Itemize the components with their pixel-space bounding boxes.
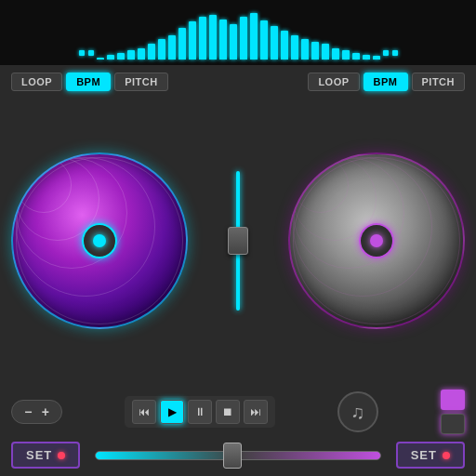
- loop-button-left[interactable]: LOOP: [11, 73, 62, 91]
- set-label-right: SET: [411, 448, 437, 462]
- set-dot-left: [58, 452, 65, 459]
- bpm-button-left[interactable]: BPM: [66, 73, 111, 91]
- eq-dot-group-right: [383, 50, 398, 60]
- eq-bar: [250, 13, 258, 60]
- volume-pill-left[interactable]: − +: [11, 400, 62, 424]
- disc-left-surface[interactable]: [11, 152, 188, 329]
- eq-bar: [168, 35, 176, 60]
- crossfader-handle[interactable]: [223, 443, 242, 469]
- eq-bar: [178, 28, 186, 60]
- bpm-button-right[interactable]: BPM: [364, 73, 408, 91]
- eq-bar: [199, 17, 206, 60]
- eq-dot-group-left: [79, 50, 94, 60]
- set-dot-right: [443, 452, 450, 459]
- eq-dot-3: [383, 50, 389, 56]
- deck-left-controls: LOOP BPM PITCH: [11, 73, 168, 91]
- disc-left[interactable]: [11, 152, 188, 329]
- eq-bar: [189, 21, 196, 60]
- eq-bar: [260, 20, 268, 60]
- speaker-button-bottom-right[interactable]: [441, 414, 465, 434]
- eq-bar: [363, 55, 370, 60]
- eq-bar: [138, 48, 145, 60]
- eq-bar: [97, 58, 104, 60]
- eq-bar: [311, 42, 319, 60]
- set-button-right[interactable]: SET: [396, 442, 465, 469]
- eq-bar: [332, 48, 339, 60]
- eq-dot-2: [88, 50, 94, 56]
- turntable-section: [11, 99, 465, 382]
- music-note-button[interactable]: ♫: [337, 391, 378, 432]
- volume-plus-left[interactable]: +: [42, 404, 49, 419]
- pitch-button-right[interactable]: PITCH: [412, 73, 466, 91]
- bottom-controls: − + ⏮ ▶ ⏸ ⏹ ⏭ ♫ SET: [11, 390, 465, 469]
- equalizer: [0, 0, 476, 65]
- eq-bar: [240, 17, 247, 60]
- set-button-left[interactable]: SET: [11, 442, 80, 469]
- eq-bar: [352, 53, 360, 60]
- eq-bar: [209, 15, 217, 60]
- fader-handle[interactable]: [228, 227, 248, 255]
- eq-bar: [148, 44, 155, 60]
- eq-bars: [97, 9, 380, 60]
- disc-right-center: [359, 223, 394, 258]
- bottom-row1: − + ⏮ ▶ ⏸ ⏹ ⏭ ♫: [11, 390, 465, 434]
- prev-button[interactable]: ⏮: [132, 400, 156, 424]
- disc-right-surface[interactable]: [288, 152, 465, 329]
- volume-control-right: [441, 390, 465, 434]
- disc-right[interactable]: [288, 152, 465, 329]
- play-button[interactable]: ▶: [160, 400, 184, 424]
- disc-right-center-inner: [370, 234, 383, 247]
- fader-track[interactable]: [236, 171, 240, 311]
- eq-dot-1: [79, 50, 85, 56]
- eq-bar: [127, 50, 135, 60]
- volume-control-left: − +: [11, 400, 62, 424]
- bottom-row2: SET SET: [11, 442, 465, 469]
- disc-left-center: [82, 223, 117, 258]
- main-panel: LOOP BPM PITCH LOOP BPM PITCH: [0, 65, 476, 476]
- next-button[interactable]: ⏭: [244, 400, 268, 424]
- crossfader[interactable]: [95, 443, 380, 469]
- eq-bar: [281, 31, 288, 60]
- center-fader: [236, 152, 240, 329]
- speaker-button-top-right[interactable]: [441, 390, 465, 410]
- eq-bar: [373, 56, 380, 60]
- set-label-left: SET: [26, 448, 52, 462]
- eq-bar: [117, 53, 125, 60]
- deck-right-controls: LOOP BPM PITCH: [308, 73, 465, 91]
- disc-left-center-inner: [93, 234, 106, 247]
- eq-bar: [219, 20, 227, 60]
- pause-button[interactable]: ⏸: [188, 400, 212, 424]
- eq-bar: [230, 24, 237, 60]
- volume-minus-left[interactable]: −: [24, 404, 32, 419]
- pitch-button-left[interactable]: PITCH: [114, 73, 168, 91]
- eq-bar: [301, 39, 309, 60]
- eq-dot-4: [392, 50, 398, 56]
- eq-bar: [107, 55, 114, 60]
- eq-bar: [342, 50, 350, 60]
- eq-bar: [291, 35, 298, 60]
- stop-button[interactable]: ⏹: [216, 400, 240, 424]
- eq-bar: [158, 39, 165, 60]
- crossfader-track[interactable]: [95, 451, 380, 460]
- eq-bar: [322, 44, 329, 60]
- eq-bar: [271, 26, 278, 60]
- controls-row: LOOP BPM PITCH LOOP BPM PITCH: [11, 73, 465, 91]
- transport-controls: ⏮ ▶ ⏸ ⏹ ⏭: [125, 396, 275, 428]
- loop-button-right[interactable]: LOOP: [308, 73, 359, 91]
